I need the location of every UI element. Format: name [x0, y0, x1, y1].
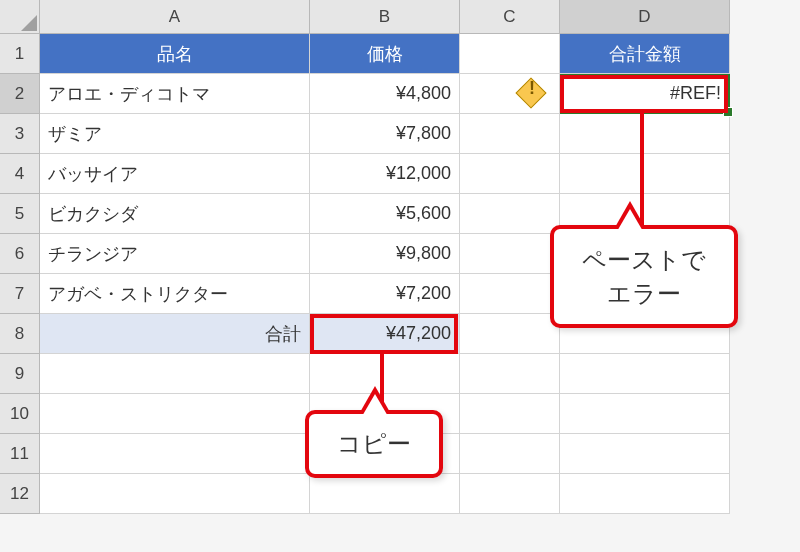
cell-d3[interactable] — [560, 114, 730, 154]
cell-d1-header[interactable]: 合計金額 — [560, 34, 730, 74]
cell-a8-total-label[interactable]: 合計 — [40, 314, 310, 354]
cell-b5[interactable]: ¥5,600 — [310, 194, 460, 234]
col-header-b[interactable]: B — [310, 0, 460, 34]
cell-c10[interactable] — [460, 394, 560, 434]
cell-d9[interactable] — [560, 354, 730, 394]
row-header-4[interactable]: 4 — [0, 154, 40, 194]
cell-b2[interactable]: ¥4,800 — [310, 74, 460, 114]
cell-a10[interactable] — [40, 394, 310, 434]
row-header-10[interactable]: 10 — [0, 394, 40, 434]
cell-c8[interactable] — [460, 314, 560, 354]
error-trace-icon[interactable]: ! — [518, 80, 546, 108]
cell-c1[interactable] — [460, 34, 560, 74]
row-header-6[interactable]: 6 — [0, 234, 40, 274]
cell-b8-total-value[interactable]: ¥47,200 — [310, 314, 460, 354]
cell-a2[interactable]: アロエ・ディコトマ — [40, 74, 310, 114]
row-header-7[interactable]: 7 — [0, 274, 40, 314]
cell-a1-header[interactable]: 品名 — [40, 34, 310, 74]
cell-a3[interactable]: ザミア — [40, 114, 310, 154]
exclamation-icon: ! — [518, 78, 546, 99]
cell-c5[interactable] — [460, 194, 560, 234]
col-header-c[interactable]: C — [460, 0, 560, 34]
col-header-d[interactable]: D — [560, 0, 730, 34]
callout-copy: コピー — [305, 410, 443, 478]
row-header-11[interactable]: 11 — [0, 434, 40, 474]
cell-b4[interactable]: ¥12,000 — [310, 154, 460, 194]
select-all-corner[interactable] — [0, 0, 40, 34]
cell-c4[interactable] — [460, 154, 560, 194]
row-header-2[interactable]: 2 — [0, 74, 40, 114]
cell-c9[interactable] — [460, 354, 560, 394]
cell-d12[interactable] — [560, 474, 730, 514]
cell-a5[interactable]: ビカクシダ — [40, 194, 310, 234]
cell-c11[interactable] — [460, 434, 560, 474]
cell-b7[interactable]: ¥7,200 — [310, 274, 460, 314]
row-header-12[interactable]: 12 — [0, 474, 40, 514]
cell-c12[interactable] — [460, 474, 560, 514]
cell-a9[interactable] — [40, 354, 310, 394]
cell-d2-selected[interactable]: #REF! — [560, 74, 730, 114]
col-header-a[interactable]: A — [40, 0, 310, 34]
row-header-1[interactable]: 1 — [0, 34, 40, 74]
cell-d11[interactable] — [560, 434, 730, 474]
row-header-3[interactable]: 3 — [0, 114, 40, 154]
cell-c3[interactable] — [460, 114, 560, 154]
cell-b3[interactable]: ¥7,800 — [310, 114, 460, 154]
cell-b6[interactable]: ¥9,800 — [310, 234, 460, 274]
cell-b1-header[interactable]: 価格 — [310, 34, 460, 74]
row-header-9[interactable]: 9 — [0, 354, 40, 394]
cell-c7[interactable] — [460, 274, 560, 314]
row-header-5[interactable]: 5 — [0, 194, 40, 234]
cell-a6[interactable]: チランジア — [40, 234, 310, 274]
cell-a12[interactable] — [40, 474, 310, 514]
cell-a7[interactable]: アガベ・ストリクター — [40, 274, 310, 314]
cell-d10[interactable] — [560, 394, 730, 434]
cell-c6[interactable] — [460, 234, 560, 274]
cell-b12[interactable] — [310, 474, 460, 514]
cell-d4[interactable] — [560, 154, 730, 194]
cell-a11[interactable] — [40, 434, 310, 474]
row-header-8[interactable]: 8 — [0, 314, 40, 354]
callout-paste-error: ペーストでエラー — [550, 225, 738, 328]
cell-a4[interactable]: バッサイア — [40, 154, 310, 194]
